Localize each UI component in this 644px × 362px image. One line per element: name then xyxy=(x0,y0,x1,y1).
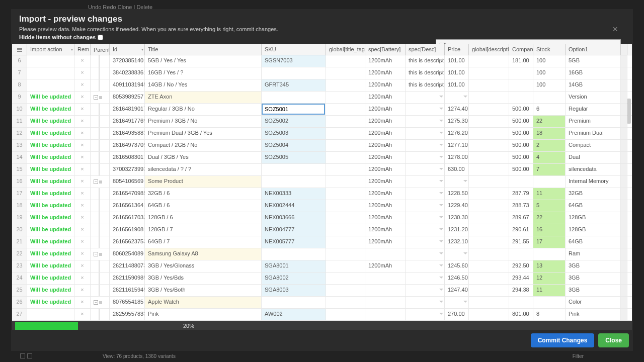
cell-option1[interactable]: 5GB xyxy=(566,55,621,67)
cell-stock[interactable]: 100 xyxy=(533,67,566,79)
cell-price[interactable] xyxy=(445,92,469,103)
cell-title[interactable]: ZTE Axon xyxy=(145,92,262,103)
cell-sku[interactable]: SOZ5005 xyxy=(262,152,326,163)
cell-global-title-tag[interactable] xyxy=(326,297,365,308)
table-row[interactable]: 12 Will be updated × 26164935881 Premium… xyxy=(12,128,632,140)
remove-row-button[interactable]: × xyxy=(74,67,91,79)
cell-title[interactable]: Apple Watch xyxy=(145,297,262,308)
cell-stock[interactable]: 18 xyxy=(533,128,566,139)
cell-stock[interactable] xyxy=(533,248,566,260)
cell-price[interactable] xyxy=(445,297,469,308)
cell-desc[interactable] xyxy=(406,152,445,163)
cell-global-title-tag[interactable] xyxy=(326,79,365,91)
cell-compare[interactable]: 500.00 xyxy=(509,152,533,163)
table-row[interactable]: 13 Will be updated × 26164973705 Compact… xyxy=(12,140,632,152)
cell-sku[interactable] xyxy=(262,67,326,79)
cell-battery[interactable]: 1200mAh xyxy=(365,176,406,188)
chevron-down-icon[interactable] xyxy=(439,108,443,110)
collapse-icon[interactable]: − xyxy=(94,252,98,256)
col-option1[interactable]: Option1 xyxy=(566,44,621,55)
cell-compare[interactable] xyxy=(509,297,533,308)
cell-compare[interactable]: 500.00 xyxy=(509,104,533,115)
cell-id[interactable]: 8076554185 xyxy=(110,297,145,308)
cell-compare[interactable] xyxy=(509,79,533,91)
cell-compare[interactable]: 290.61 xyxy=(509,224,533,236)
cell-title[interactable]: 128GB / 6 xyxy=(145,212,262,224)
table-row[interactable]: 14 Will be updated × 26165083017 Dual / … xyxy=(12,152,632,164)
table-row[interactable]: 21 Will be updated × 26165623753 64GB / … xyxy=(12,236,632,248)
cell-battery[interactable]: 1200mAh xyxy=(365,260,406,272)
cell-id[interactable]: 26165470985 xyxy=(110,188,145,200)
cell-option1[interactable]: Ram xyxy=(566,248,621,260)
cell-option1[interactable]: Color xyxy=(566,297,621,308)
cell-desc[interactable] xyxy=(406,188,445,200)
cell-battery[interactable]: 1200mAh xyxy=(365,67,406,79)
chevron-down-icon[interactable] xyxy=(439,71,443,73)
cell-global-title-tag[interactable] xyxy=(326,248,365,260)
cell-sku[interactable] xyxy=(262,248,326,260)
cell-id[interactable]: 38402388361 xyxy=(110,67,145,79)
close-button[interactable]: Close xyxy=(598,333,629,347)
chevron-down-icon[interactable] xyxy=(439,228,443,230)
cell-id[interactable]: 26165613641 xyxy=(110,200,145,212)
cell-price[interactable]: 1246.50 xyxy=(445,273,469,284)
cell-global-title-tag[interactable] xyxy=(326,200,365,212)
table-row[interactable]: 26 Will be updated × − 8076554185 Apple … xyxy=(12,297,632,309)
cell-price[interactable]: 1229.40 xyxy=(445,200,469,212)
table-row[interactable]: 16 Will be updated × − 8054106569 Some P… xyxy=(12,176,632,188)
remove-row-button[interactable]: × xyxy=(74,92,91,103)
cell-price[interactable]: 1230.30 xyxy=(445,212,469,224)
cell-title[interactable]: 32GB / 6 xyxy=(145,188,262,200)
col-import-action[interactable]: Import action▾ xyxy=(27,44,74,55)
cell-stock[interactable]: 8 xyxy=(533,309,566,320)
cell-option1[interactable]: 3GB xyxy=(566,260,621,272)
cell-global-description[interactable] xyxy=(469,79,509,91)
cell-stock[interactable]: 12 xyxy=(533,273,566,284)
table-row[interactable]: 19 Will be updated × 26165617033 128GB /… xyxy=(12,212,632,224)
remove-row-button[interactable]: × xyxy=(74,188,91,200)
remove-row-button[interactable]: × xyxy=(74,273,91,284)
cell-battery[interactable]: 1200mAh xyxy=(365,55,406,67)
cell-title[interactable]: Samsung Galaxy A8 xyxy=(145,248,262,260)
cell-compare[interactable]: 293.44 xyxy=(509,273,533,284)
cell-global-title-tag[interactable] xyxy=(326,140,365,151)
remove-row-button[interactable]: × xyxy=(74,55,91,67)
cell-battery[interactable]: 1200mAh xyxy=(365,164,406,175)
cell-option1[interactable]: 3GB xyxy=(566,273,621,284)
cell-price[interactable]: 101.00 xyxy=(445,79,469,91)
cell-option1[interactable]: 32GB xyxy=(566,188,621,200)
cell-parent[interactable]: − xyxy=(91,176,110,188)
cell-global-title-tag[interactable] xyxy=(326,260,365,272)
cell-sku[interactable]: NEX00333 xyxy=(262,188,326,200)
col-id[interactable]: Id▾ xyxy=(110,44,145,55)
cell-stock[interactable]: 2 xyxy=(533,140,566,151)
chevron-down-icon[interactable] xyxy=(463,301,467,303)
cell-stock[interactable]: 11 xyxy=(533,188,566,200)
cell-price[interactable]: 1276.20 xyxy=(445,128,469,139)
cell-title[interactable]: Compact / 2GB / No xyxy=(145,140,262,151)
cell-sku[interactable] xyxy=(262,164,326,175)
cell-global-title-tag[interactable] xyxy=(326,164,365,175)
cell-price[interactable]: 1228.50 xyxy=(445,188,469,200)
cell-compare[interactable]: 181.00 xyxy=(509,55,533,67)
cell-stock[interactable]: 22 xyxy=(533,212,566,224)
chevron-down-icon[interactable] xyxy=(439,313,443,315)
cell-id[interactable]: 26259557833 xyxy=(110,309,145,320)
cell-battery[interactable] xyxy=(365,285,406,296)
cell-sku[interactable]: NEX002444 xyxy=(262,200,326,212)
col-spec-desc[interactable]: spec[Desc] xyxy=(406,44,445,55)
cell-option1[interactable]: 14GB xyxy=(566,79,621,91)
cell-desc[interactable] xyxy=(406,212,445,224)
cell-price[interactable]: 1274.40 xyxy=(445,104,469,115)
cell-price[interactable]: 1231.20 xyxy=(445,224,469,236)
cell-desc[interactable] xyxy=(406,285,445,296)
cell-title[interactable]: 64GB / 6 xyxy=(145,200,262,212)
cell-id[interactable]: 26165083017 xyxy=(110,152,145,163)
cell-global-title-tag[interactable] xyxy=(326,104,365,115)
chevron-down-icon[interactable] xyxy=(439,277,443,279)
remove-row-button[interactable]: × xyxy=(74,104,91,115)
cell-sku[interactable]: SOZ5004 xyxy=(262,140,326,151)
cell-global-description[interactable] xyxy=(469,176,509,188)
hide-items-checkbox[interactable] xyxy=(98,35,103,40)
remove-row-button[interactable]: × xyxy=(74,79,91,91)
